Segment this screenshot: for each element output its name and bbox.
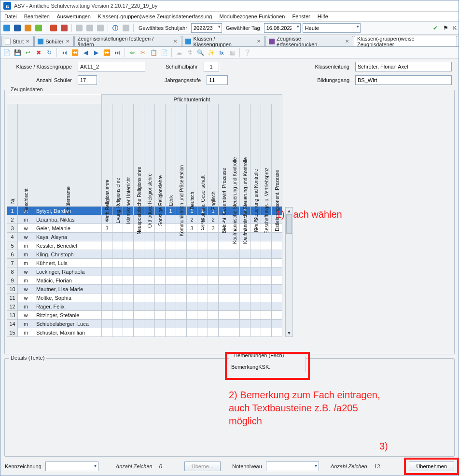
table-row[interactable]: 5mKessler, Benedict xyxy=(7,241,282,250)
grades-table[interactable]: PflichtunterrichtNr.GeschlechtSchülernam… xyxy=(7,94,282,337)
grade-cell[interactable] xyxy=(261,241,272,250)
grade-cell[interactable] xyxy=(123,276,134,285)
col-header-subject[interactable]: Betr.- u. Gesamtwirt. Prozesse xyxy=(219,104,229,207)
grade-cell[interactable] xyxy=(208,285,219,294)
help-icon[interactable]: ❔ xyxy=(243,48,251,57)
grade-cell[interactable] xyxy=(187,302,197,311)
grade-cell[interactable] xyxy=(219,276,229,285)
grade-cell[interactable] xyxy=(176,259,187,267)
cloud-icon[interactable]: ☁ xyxy=(175,48,183,57)
grade-cell[interactable] xyxy=(261,250,272,259)
grade-cell[interactable] xyxy=(166,215,176,224)
menu-auswertungen[interactable]: Auswertungen xyxy=(56,14,90,19)
grade-cell[interactable] xyxy=(261,311,272,320)
next-fast-icon[interactable]: ⏩ xyxy=(102,48,111,57)
grade-cell[interactable] xyxy=(102,302,112,311)
menu-bearbeiten[interactable]: Bearbeiten xyxy=(24,14,50,19)
uebernehmen-button[interactable]: Übernehmen xyxy=(409,462,454,471)
save-icon[interactable]: 💾 xyxy=(13,48,22,57)
grade-cell[interactable] xyxy=(112,250,123,259)
klasse-input[interactable] xyxy=(78,62,145,71)
grade-cell[interactable] xyxy=(219,241,229,250)
grade-cell[interactable] xyxy=(250,259,261,267)
grade-cell[interactable] xyxy=(155,241,166,250)
grade-cell[interactable] xyxy=(229,302,240,311)
grade-cell[interactable] xyxy=(102,285,112,294)
grade-cell[interactable] xyxy=(112,328,123,337)
grade-cell[interactable]: 2 xyxy=(208,215,219,224)
next-icon[interactable]: ▶ xyxy=(92,48,100,57)
grade-cell[interactable] xyxy=(144,276,155,285)
grade-cell[interactable] xyxy=(123,294,134,302)
grade-cell[interactable] xyxy=(208,276,219,285)
menu-modulbezogene[interactable]: Modulbezogene Funktionen xyxy=(220,14,285,19)
grade-cell[interactable] xyxy=(261,276,272,285)
grade-cell[interactable]: 2 xyxy=(187,215,197,224)
col-header-subject[interactable]: Politik und Gesellschaft xyxy=(197,104,208,207)
grade-cell[interactable] xyxy=(229,294,240,302)
grade-cell[interactable] xyxy=(166,259,176,267)
grade-cell[interactable] xyxy=(123,320,134,328)
scroll-up-icon[interactable]: ▲ xyxy=(286,208,292,214)
grade-cell[interactable] xyxy=(250,233,261,241)
refresh-icon[interactable]: ↻ xyxy=(45,48,54,57)
notenniveau-select[interactable] xyxy=(266,462,319,471)
col-header-subject[interactable]: Kaufmännische Steuerung und Kontrolle xyxy=(240,104,250,207)
fx-icon[interactable]: fx xyxy=(217,48,226,57)
grade-cell[interactable] xyxy=(144,241,155,250)
grade-cell[interactable] xyxy=(219,294,229,302)
grade-cell[interactable] xyxy=(197,267,208,276)
grade-cell[interactable] xyxy=(219,250,229,259)
grade-cell[interactable] xyxy=(112,311,123,320)
table-row[interactable]: 12mRager, Felix xyxy=(7,302,282,311)
arrow-left-icon[interactable]: ⇦ xyxy=(128,48,137,57)
menu-fenster[interactable]: Fenster xyxy=(292,14,310,19)
grade-cell[interactable] xyxy=(272,276,282,285)
grade-cell[interactable] xyxy=(229,328,240,337)
grade-cell[interactable] xyxy=(134,320,144,328)
grade-cell[interactable] xyxy=(261,233,272,241)
grade-cell[interactable] xyxy=(261,259,272,267)
grade-cell[interactable] xyxy=(261,320,272,328)
grade-cell[interactable] xyxy=(197,233,208,241)
table-row[interactable]: 15mSchuster, Maximilian xyxy=(7,328,282,337)
grade-cell[interactable] xyxy=(240,267,250,276)
grade-cell[interactable] xyxy=(102,320,112,328)
tab-zeugniseinstellungen[interactable]: Zeugniseinstellungen festlegen / ändern … xyxy=(74,36,182,46)
col-header-subject[interactable]: Orthodoxe Religionslehre xyxy=(144,104,155,207)
grade-cell[interactable] xyxy=(176,302,187,311)
grade-cell[interactable] xyxy=(208,233,219,241)
col-header-subject[interactable]: Evang.Religionslehre xyxy=(112,104,123,207)
grade-cell[interactable] xyxy=(155,276,166,285)
grade-cell[interactable] xyxy=(166,311,176,320)
grade-cell[interactable] xyxy=(250,302,261,311)
grade-cell[interactable] xyxy=(229,311,240,320)
filter-icon[interactable]: ⚗ xyxy=(185,48,194,57)
grade-cell[interactable] xyxy=(229,320,240,328)
grade-cell[interactable] xyxy=(112,241,123,250)
grade-cell[interactable] xyxy=(134,302,144,311)
first-icon[interactable]: ⏮ xyxy=(60,48,69,57)
table-row[interactable]: 14mSchiebelsberger, Luca xyxy=(7,320,282,328)
last-icon[interactable]: ⏭ xyxy=(113,48,122,57)
grade-cell[interactable] xyxy=(134,267,144,276)
grade-cell[interactable] xyxy=(134,276,144,285)
tb-icon-3[interactable] xyxy=(24,24,32,32)
kennzeichnung-select[interactable] xyxy=(45,462,98,471)
menu-klassen-zeugnis[interactable]: Klassen(-gruppen)weise Zeugnisdatenerfas… xyxy=(98,14,212,19)
tb-icon-2[interactable] xyxy=(13,24,22,32)
col-header-subject[interactable]: Dstleistungsorient. Prozesse xyxy=(272,104,282,207)
grade-cell[interactable] xyxy=(123,250,134,259)
grade-cell[interactable] xyxy=(176,320,187,328)
grade-cell[interactable] xyxy=(219,320,229,328)
col-header-subject[interactable]: Kommunikation und Präsentation xyxy=(176,104,187,207)
grade-cell[interactable] xyxy=(229,285,240,294)
grade-cell[interactable] xyxy=(229,276,240,285)
col-header-subject[interactable]: Kath.Religionslehre xyxy=(102,104,112,207)
grade-cell[interactable] xyxy=(219,302,229,311)
grade-cell[interactable] xyxy=(272,311,282,320)
grade-cell[interactable] xyxy=(144,294,155,302)
grade-cell[interactable] xyxy=(240,320,250,328)
grade-cell[interactable] xyxy=(240,285,250,294)
tab-zeugnisse-erfassen[interactable]: Zeugnisse erfassen/drucken ✕ xyxy=(265,36,353,46)
